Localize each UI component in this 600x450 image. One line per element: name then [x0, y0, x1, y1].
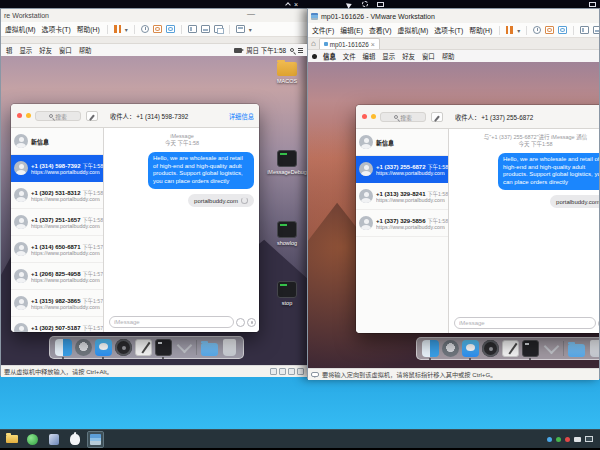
dock-launchpad-icon[interactable] [442, 340, 459, 357]
revert-snapshot-icon[interactable] [558, 26, 567, 34]
message-input[interactable] [454, 317, 596, 329]
take-snapshot-icon[interactable] [545, 26, 554, 34]
conversation-row[interactable]: +1 (337) 251-1657下午1:58https://www.porta… [11, 209, 103, 236]
pause-icon[interactable] [114, 25, 121, 33]
dock-trash-icon[interactable] [588, 340, 599, 357]
conversation-row[interactable]: 新信息 [356, 129, 448, 156]
menu-buddies[interactable]: 好友 [38, 46, 53, 55]
menu-vm[interactable]: 虚拟机(M) [397, 25, 430, 35]
pause-icon[interactable] [506, 26, 513, 34]
minimize-button[interactable]: — [247, 9, 255, 18]
compose-button[interactable] [431, 112, 443, 122]
conversation-row-selected[interactable]: +1 (314) 598-7392下午1:58https://www.porta… [11, 155, 103, 182]
menu-tabs[interactable]: 选项卡(T) [41, 24, 72, 34]
desktop-icon-imessagedebug[interactable]: iMessageDebug [267, 150, 307, 175]
menu-file-mac[interactable]: 文件 [342, 52, 357, 61]
menu-buddies[interactable]: 好友 [401, 52, 416, 61]
overlay-caret-icon[interactable] [285, 2, 291, 8]
titlebar-right[interactable]: mp01-161626 - VMware Workstation [308, 9, 599, 23]
menu-edit[interactable]: 编辑(E) [339, 25, 364, 35]
spotlight-icon[interactable] [290, 48, 294, 52]
dock-finder-icon[interactable] [422, 340, 439, 357]
menu-help-mac[interactable]: 帮助 [441, 52, 456, 61]
close-traffic-light[interactable] [362, 114, 367, 119]
gear-icon[interactable] [362, 1, 368, 7]
usb-status-icon[interactable] [297, 368, 304, 375]
desktop-icon-stop[interactable]: stop [267, 281, 307, 306]
menu-app[interactable]: 信息 [322, 52, 337, 61]
cdrom-status-icon[interactable] [279, 368, 286, 375]
power-dropdown-caret[interactable]: ▾ [125, 26, 128, 33]
conversation-row[interactable]: +1 (337) 329-5856下午1:58https://www.porta… [356, 210, 448, 237]
titlebar-left[interactable]: re Workstation — [1, 9, 307, 22]
network-status-icon[interactable] [288, 368, 295, 375]
home-tab-icon[interactable]: ⌂ [311, 38, 316, 49]
dock-finder-icon[interactable] [55, 339, 72, 356]
search-input[interactable]: 搜索 [380, 112, 426, 122]
taskbar-file-explorer-icon[interactable] [4, 432, 19, 447]
notification-center-icon[interactable] [298, 50, 303, 51]
menu-vm[interactable]: 虚拟机(M) [4, 24, 37, 34]
library-panel-icon[interactable] [580, 26, 589, 34]
snapshot-clock-icon[interactable] [141, 25, 149, 33]
details-link[interactable]: 详细信息 [229, 112, 254, 121]
menubar-clock[interactable]: 周日 下午1:58 [246, 46, 286, 55]
dock-textedit-icon[interactable] [502, 340, 519, 357]
conversation-row[interactable]: +1 (302) 507-5187下午1:57https://www.porta… [11, 317, 103, 332]
conversation-row[interactable]: +1 (313) 329-8241下午1:58https://www.porta… [356, 183, 448, 210]
harddisk-status-icon[interactable] [270, 368, 277, 375]
thumbnail-bar-icon[interactable] [593, 26, 599, 34]
menu-window[interactable]: 窗口 [421, 52, 436, 61]
desktop-icon-macos[interactable]: MACOS [267, 62, 307, 84]
menu-view-mac[interactable]: 显示 [381, 52, 396, 61]
menu-help[interactable]: 帮助(H) [76, 24, 101, 34]
dock-terminal-icon[interactable] [155, 339, 172, 356]
conversation-row[interactable]: +1 (206) 825-4958下午1:57https://www.porta… [11, 263, 103, 290]
tray-blue-icon[interactable] [547, 437, 552, 442]
emoji-icon[interactable] [236, 318, 245, 327]
tray-green-icon[interactable] [556, 437, 561, 442]
menu-file[interactable]: 文件(F) [311, 25, 335, 35]
menu-help[interactable]: 帮助(H) [468, 25, 493, 35]
apple-icon[interactable] [312, 54, 317, 59]
tray-monitor-icon[interactable] [585, 436, 593, 442]
ime-keyboard-icon[interactable] [574, 437, 581, 442]
dock-messages-icon[interactable] [95, 339, 112, 356]
conversation-row[interactable]: +1 (315) 982-3865下午1:57https://www.porta… [11, 290, 103, 317]
desktop-icon-showlog[interactable]: showlog [267, 221, 307, 246]
thumbnail-bar-icon[interactable] [201, 25, 210, 33]
taskbar-vmware-icon[interactable] [88, 432, 103, 447]
dock-downloads-folder-icon[interactable] [568, 340, 585, 357]
conversation-row[interactable]: +1 (302) 531-8312下午1:58https://www.porta… [11, 182, 103, 209]
dock-preferences-icon[interactable] [482, 340, 499, 357]
dock-preferences-icon[interactable] [115, 339, 132, 356]
conversation-row-selected[interactable]: +1 (337) 255-6872下午1:58https://www.porta… [356, 156, 448, 183]
overlay-close-icon[interactable]: × [294, 1, 298, 8]
dock-downloads-stack-icon[interactable] [175, 339, 192, 356]
menu-tabs[interactable]: 选项卡(T) [433, 25, 464, 35]
fullscreen-icon[interactable] [214, 25, 223, 33]
menu-edit-fragment[interactable]: 辑 [5, 46, 13, 55]
power-dropdown-caret[interactable]: ▾ [517, 27, 520, 34]
dock-downloads-stack-icon[interactable] [542, 340, 559, 357]
menu-view[interactable]: 查看(V) [368, 25, 393, 35]
taskbar-green-app-icon[interactable] [25, 432, 40, 447]
minimize-traffic-light[interactable] [26, 113, 31, 118]
minimize-traffic-light[interactable] [371, 114, 376, 119]
dock-downloads-folder-icon[interactable] [201, 339, 218, 356]
dock-terminal-icon[interactable] [522, 340, 539, 357]
menu-view[interactable]: 显示 [18, 46, 33, 55]
dock-messages-icon[interactable] [462, 340, 479, 357]
tray-red-icon[interactable] [565, 437, 570, 442]
snapshot-clock-icon[interactable] [533, 26, 541, 34]
taskbar-blue-app-icon[interactable] [46, 432, 61, 447]
menu-edit-mac[interactable]: 编辑 [362, 52, 377, 61]
compose-button[interactable] [86, 111, 98, 121]
taskbar-apple-app-icon[interactable] [67, 432, 82, 447]
dock-trash-icon[interactable] [221, 339, 238, 356]
search-input[interactable]: 搜索 [35, 111, 81, 121]
dock-launchpad-icon[interactable] [75, 339, 92, 356]
tab-mp01-161626[interactable]: mp01-161626 × [319, 38, 380, 49]
close-traffic-light[interactable] [17, 113, 22, 118]
conversation-row[interactable]: 新信息 [11, 128, 103, 155]
